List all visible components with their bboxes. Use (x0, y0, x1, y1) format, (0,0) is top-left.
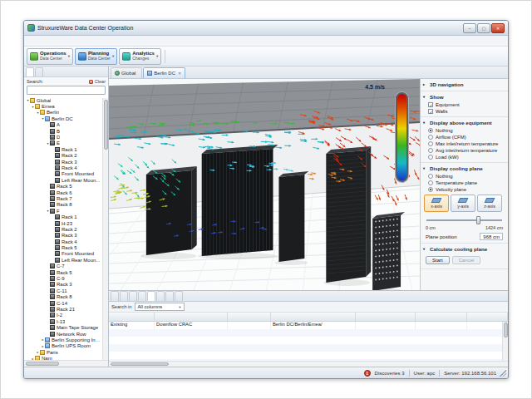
column-header[interactable] (271, 313, 356, 321)
tree-item[interactable]: Left Rear Moun... (24, 257, 101, 263)
section-display-above-equipment[interactable]: ▾ Display above equipment (421, 117, 508, 127)
search-input[interactable] (27, 86, 106, 95)
tree-item[interactable]: ▾ Global (24, 97, 101, 103)
grid-view-icon[interactable] (268, 50, 280, 62)
radio-row[interactable]: Load (kW) (421, 154, 508, 160)
rotate-view-icon[interactable] (231, 50, 243, 62)
z-axis-button[interactable]: z-axis (477, 195, 502, 212)
perspective-planning-button[interactable]: PlanningData Center ▾ (75, 48, 117, 65)
tree-item[interactable]: I-2 (24, 313, 101, 318)
snapshot-icon[interactable] (256, 50, 268, 62)
vertical-scrollbar[interactable] (102, 98, 108, 360)
plane-slider-thumb[interactable] (476, 216, 480, 224)
minimize-button[interactable]: – (463, 23, 476, 33)
bottom-tab[interactable] (111, 291, 119, 301)
zoom-out-icon[interactable] (206, 50, 218, 62)
tree-item[interactable]: Rack 6 (24, 190, 101, 195)
bottom-tab[interactable] (175, 291, 183, 301)
tree-item[interactable]: ▾ F (24, 208, 101, 214)
tree-item[interactable]: I-13 (24, 318, 101, 324)
tree-item[interactable]: Rack 3 (24, 159, 101, 165)
radio-row[interactable]: Nothing (421, 127, 508, 134)
tree-item[interactable]: Rack 1 (24, 146, 101, 152)
tree-item[interactable]: Rack 2 (24, 153, 101, 159)
tree-item[interactable]: C-7 (24, 264, 101, 269)
tree-item[interactable]: Rack 4 (24, 239, 101, 244)
section-calculate-cooling-plane[interactable]: ▾ Calculate cooling plane (421, 244, 508, 254)
horizontal-scrollbar[interactable] (24, 360, 108, 367)
close-button[interactable]: ✕ (491, 23, 505, 33)
tree-item[interactable]: Rack 4 (24, 165, 101, 170)
radio-button[interactable] (428, 187, 433, 192)
radio-row[interactable]: Temperature plane (421, 180, 508, 186)
radio-row[interactable]: Max inlet/return temperature (421, 140, 508, 147)
perspective-operations-button[interactable]: OperationsData Center ▾ (27, 48, 73, 65)
tree-item[interactable]: Network Row (24, 331, 101, 337)
column-header[interactable] (228, 313, 271, 321)
column-header[interactable] (155, 313, 228, 321)
panel-tab[interactable] (26, 67, 34, 76)
tree-item[interactable]: Rack 21 (24, 306, 101, 312)
tree-item[interactable]: Rack 2 (24, 226, 101, 232)
editor-tab[interactable]: Global (111, 67, 142, 78)
panel-tab[interactable] (35, 67, 43, 76)
radio-button[interactable] (428, 148, 433, 153)
tree-item[interactable]: H-23 (24, 220, 101, 226)
tree-item[interactable]: C-9 (24, 275, 101, 281)
tree-item[interactable]: C-14 (24, 300, 101, 306)
select-tool-icon[interactable] (169, 50, 180, 62)
clear-search-button[interactable]: Clear (89, 79, 106, 84)
radio-button[interactable] (428, 141, 433, 146)
radio-button[interactable] (428, 128, 433, 133)
column-header[interactable] (356, 313, 416, 321)
tree-item[interactable]: C-11 (24, 288, 101, 293)
tree-item[interactable]: ▾ E (24, 140, 101, 146)
radio-row[interactable]: Nothing (421, 173, 508, 180)
tree-item[interactable]: Rack 1 (24, 214, 101, 219)
editor-tab[interactable]: Berlin DC ✕ (143, 67, 185, 78)
resize-grip[interactable] (500, 370, 506, 377)
tree-item[interactable]: Rack 8 (24, 294, 101, 300)
tree-item[interactable]: ▾ Berlin DC (24, 116, 101, 121)
close-tab-icon[interactable]: ✕ (178, 71, 181, 76)
tree-item[interactable]: A (24, 122, 101, 128)
radio-button[interactable] (428, 174, 433, 179)
tree-item[interactable]: ▾ Emea (24, 103, 101, 109)
bottom-tab[interactable] (138, 291, 146, 301)
pan-tool-icon[interactable] (181, 50, 193, 62)
settings-icon[interactable] (281, 50, 293, 62)
radio-button[interactable] (428, 135, 433, 140)
bottom-tab[interactable] (165, 291, 174, 301)
bottom-tab[interactable] (147, 291, 155, 301)
plane-position-value[interactable]: 968 cm (480, 233, 503, 240)
y-axis-button[interactable]: y-axis (451, 195, 475, 212)
search-scope-select[interactable]: All columns ▾ (135, 303, 185, 311)
tree-item[interactable]: D (24, 134, 101, 140)
column-header[interactable] (416, 313, 467, 321)
section-show[interactable]: ▾ Show (421, 91, 508, 101)
tree-item[interactable]: Front Mounted (24, 171, 101, 177)
tree-item[interactable]: Rack 3 (24, 233, 101, 239)
zoom-in-icon[interactable] (194, 50, 205, 62)
bottom-tab[interactable] (120, 291, 128, 301)
tree-item[interactable]: Left Rear Moun... (24, 177, 101, 183)
tree-item[interactable]: ▾ Berlin (24, 110, 101, 116)
bottom-tab[interactable] (156, 291, 165, 301)
fit-view-icon[interactable] (219, 50, 230, 62)
section-3d-navigation[interactable]: ▸ 3D navigation (421, 79, 508, 89)
layers-icon[interactable] (244, 50, 255, 62)
radio-button[interactable] (428, 155, 433, 160)
checkbox-row[interactable]: Equipment (421, 101, 508, 108)
radio-row[interactable]: Velocity plane (421, 186, 508, 193)
section-display-cooling-plane[interactable]: ▾ Display cooling plane (421, 163, 508, 173)
checkbox-row[interactable]: Walls (421, 108, 508, 115)
maximize-button[interactable]: ▢ (477, 23, 490, 33)
tree-item[interactable]: Rack 5 (24, 244, 101, 250)
checkbox[interactable] (428, 102, 433, 107)
checkbox[interactable] (428, 109, 433, 114)
tree-item[interactable]: Main Tape Storage (24, 324, 101, 330)
column-header[interactable] (467, 313, 508, 321)
radio-row[interactable]: Airflow (CFM) (421, 134, 508, 140)
tree-item[interactable]: Rack 8 (24, 202, 101, 208)
tree-item[interactable]: Rack 5 (24, 269, 101, 275)
